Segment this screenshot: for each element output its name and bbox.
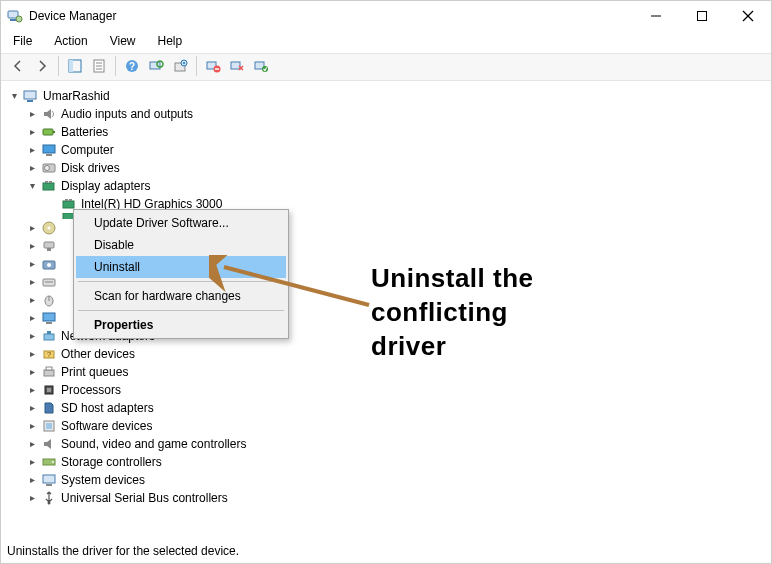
svg-point-62 [52,461,54,463]
svg-line-66 [224,267,369,305]
svg-rect-63 [43,475,55,483]
tree-item-storage[interactable]: ▸ Storage controllers [5,453,767,471]
svg-rect-55 [44,370,54,376]
tree-label: Disk drives [61,159,120,177]
expand-icon[interactable]: ▸ [25,491,39,505]
disable-button[interactable] [226,55,248,77]
tree-item-print[interactable]: ▸ Print queues [5,363,767,381]
tree-root[interactable]: ▾ UmarRashid [5,87,767,105]
tree-label: Batteries [61,123,108,141]
tree-item-display[interactable]: ▾ Display adapters [5,177,767,195]
tree-item-disk[interactable]: ▸ Disk drives [5,159,767,177]
annotation-arrow [209,255,379,315]
back-button[interactable] [7,55,29,77]
expand-icon[interactable]: ▸ [25,275,39,289]
svg-rect-41 [44,242,54,248]
expand-icon[interactable]: ▸ [25,365,39,379]
tree-item-sound[interactable]: ▸ Sound, video and game controllers [5,435,767,453]
menu-file[interactable]: File [9,33,36,49]
svg-rect-33 [45,181,48,183]
uninstall-button[interactable] [202,55,224,77]
tree-item-usb[interactable]: ▸ Universal Serial Bus controllers [5,489,767,507]
show-hide-tree-button[interactable] [64,55,86,77]
cm-update-driver[interactable]: Update Driver Software... [76,212,286,234]
tree-item-processors[interactable]: ▸ Processors [5,381,767,399]
expand-icon[interactable]: ▸ [25,125,39,139]
svg-point-40 [48,227,51,230]
tree-label: SD host adapters [61,399,154,417]
maximize-button[interactable] [679,1,725,31]
expand-icon[interactable]: ▸ [25,257,39,271]
monitor-icon [41,310,57,326]
printer-icon [41,364,57,380]
tree-item-batteries[interactable]: ▸ Batteries [5,123,767,141]
svg-rect-37 [69,199,72,201]
tree-item-software[interactable]: ▸ Software devices [5,417,767,435]
cm-disable[interactable]: Disable [76,234,286,256]
tree-item-audio[interactable]: ▸ Audio inputs and outputs [5,105,767,123]
svg-rect-52 [47,331,51,334]
help-button[interactable]: ? [121,55,143,77]
svg-rect-50 [46,322,52,324]
close-button[interactable] [725,1,771,31]
imaging-icon [41,256,57,272]
expand-icon[interactable]: ▸ [25,455,39,469]
tree-label: Processors [61,381,121,399]
svg-point-31 [45,166,50,171]
expand-icon[interactable]: ▸ [25,329,39,343]
other-devices-icon: ? [41,346,57,362]
svg-text:?: ? [47,350,52,359]
speaker-icon [41,106,57,122]
svg-rect-21 [231,62,240,69]
expand-icon[interactable]: ▸ [25,293,39,307]
svg-rect-4 [698,12,707,21]
device-manager-icon [7,8,23,24]
svg-rect-25 [27,100,33,102]
hid-icon [41,238,57,254]
svg-rect-1 [10,19,16,21]
window-title: Device Manager [29,9,116,23]
expand-icon[interactable]: ▸ [25,221,39,235]
expand-icon[interactable]: ▸ [25,107,39,121]
svg-rect-58 [47,388,51,392]
tree-item-sdhost[interactable]: ▸ SD host adapters [5,399,767,417]
tree-item-computer[interactable]: ▸ Computer [5,141,767,159]
tree-label: Software devices [61,417,152,435]
scan-hardware-button[interactable] [145,55,167,77]
expand-icon[interactable]: ▸ [25,473,39,487]
menu-help[interactable]: Help [154,33,187,49]
expand-icon[interactable]: ▸ [25,401,39,415]
expand-icon[interactable]: ▸ [25,311,39,325]
cm-properties[interactable]: Properties [76,314,286,336]
collapse-icon[interactable]: ▾ [7,89,21,103]
expand-icon[interactable]: ▸ [25,161,39,175]
collapse-icon[interactable]: ▾ [25,179,39,193]
status-text: Uninstalls the driver for the selected d… [7,544,239,558]
battery-icon [41,124,57,140]
expand-icon[interactable]: ▸ [25,437,39,451]
expand-icon[interactable]: ▸ [25,239,39,253]
storage-icon [41,454,57,470]
menu-view[interactable]: View [106,33,140,49]
window-buttons [633,1,771,31]
expand-icon[interactable]: ▸ [25,143,39,157]
svg-rect-51 [44,334,54,340]
minimize-button[interactable] [633,1,679,31]
svg-rect-49 [43,313,55,321]
system-icon [41,472,57,488]
expand-icon[interactable]: ▸ [25,347,39,361]
expand-icon[interactable]: ▸ [25,383,39,397]
sd-icon [41,400,57,416]
annotation-line: Uninstall the [371,261,534,295]
update-driver-button[interactable] [169,55,191,77]
menu-action[interactable]: Action [50,33,91,49]
disk-icon [41,160,57,176]
expand-icon[interactable]: ▸ [25,419,39,433]
enable-button[interactable] [250,55,272,77]
tree-item-system[interactable]: ▸ System devices [5,471,767,489]
svg-rect-34 [49,181,52,183]
mouse-icon [41,292,57,308]
properties-button[interactable] [88,55,110,77]
forward-button[interactable] [31,55,53,77]
tree-label: Storage controllers [61,453,162,471]
